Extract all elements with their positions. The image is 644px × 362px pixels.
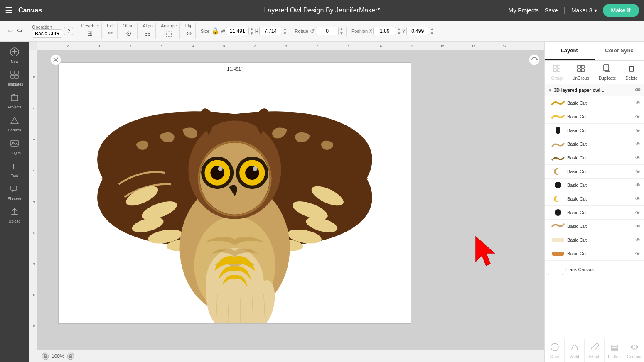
layer-item[interactable]: Basic Cut👁 xyxy=(545,220,644,233)
flip-button[interactable]: ⇔ xyxy=(185,28,193,39)
height-input[interactable] xyxy=(259,27,282,35)
width-input[interactable] xyxy=(226,27,249,35)
lock-icon-2[interactable] xyxy=(67,352,74,360)
edit-button[interactable]: ✏ xyxy=(107,28,115,39)
sidebar-text-label: Text xyxy=(11,174,18,178)
layer-eye-icon[interactable]: 👁 xyxy=(635,155,641,161)
layer-eye-icon[interactable]: 👁 xyxy=(635,127,641,134)
layer-eye-icon[interactable]: 👁 xyxy=(635,210,641,216)
layer-item[interactable]: Basic Cut👁 xyxy=(545,96,644,110)
layer-eye-icon[interactable]: 👁 xyxy=(635,251,641,257)
sidebar-item-projects[interactable]: Projects xyxy=(2,90,27,112)
layer-eye-icon[interactable]: 👁 xyxy=(635,223,641,230)
sidebar-item-images[interactable]: Images xyxy=(2,136,27,157)
rotate-handle[interactable] xyxy=(528,54,540,67)
layer-name: Basic Cut xyxy=(567,114,633,119)
my-projects-button[interactable]: My Projects xyxy=(509,7,539,14)
ungroup-button[interactable]: UnGroup xyxy=(572,64,589,81)
text-icon: T xyxy=(10,161,19,173)
layer-item[interactable]: Basic Cut👁 xyxy=(545,124,644,137)
deselect-button[interactable]: ⊞ xyxy=(86,28,94,39)
rotate-down-arrow[interactable]: ▼ xyxy=(339,31,344,36)
help-button[interactable]: ? xyxy=(64,27,73,35)
x-field: X ▲ ▼ xyxy=(369,27,401,36)
layer-item[interactable]: Basic Cut👁 xyxy=(545,165,644,179)
height-up-arrow[interactable]: ▲ xyxy=(283,27,287,31)
svg-rect-84 xyxy=(44,356,47,358)
undo-button[interactable]: ↩ xyxy=(6,26,15,36)
save-button[interactable]: Save xyxy=(545,7,558,14)
layer-item[interactable]: Basic Cut👁 xyxy=(545,151,644,165)
deselect-group: Deselect ⊞ xyxy=(79,23,102,39)
layer-eye-icon[interactable]: 👁 xyxy=(635,114,641,120)
layer-name: Basic Cut xyxy=(567,169,633,174)
sidebar-item-phrases[interactable]: Phrases xyxy=(2,182,27,203)
delete-button[interactable]: Delete xyxy=(626,64,638,81)
x-input[interactable] xyxy=(373,27,396,35)
y-down-arrow[interactable]: ▼ xyxy=(430,31,434,36)
width-dimension-label: 11.491" xyxy=(225,66,244,72)
layer-item[interactable]: Basic Cut👁 xyxy=(545,247,644,261)
layer-item[interactable]: Basic Cut👁 xyxy=(545,233,644,247)
contour-button[interactable]: Contour xyxy=(624,339,644,362)
layer-item[interactable]: Basic Cut👁 xyxy=(545,179,644,192)
flatten-button[interactable]: Flatten xyxy=(605,339,624,362)
deselect-label: Deselect xyxy=(81,23,99,28)
tab-layers[interactable]: Layers xyxy=(545,42,595,60)
x-down-arrow[interactable]: ▼ xyxy=(397,31,401,36)
layer-eye-icon[interactable]: 👁 xyxy=(635,141,641,147)
layer-eye-icon[interactable]: 👁 xyxy=(635,237,641,243)
layer-eye-icon[interactable]: 👁 xyxy=(635,100,641,106)
svg-rect-91 xyxy=(578,65,580,68)
arrange-button[interactable]: ⬚ xyxy=(165,28,173,39)
lock-icon[interactable]: 🔒 xyxy=(211,27,219,35)
make-it-button[interactable]: Make It xyxy=(603,4,639,17)
svg-rect-93 xyxy=(578,69,580,72)
weld-button[interactable]: Weld xyxy=(565,339,585,362)
sidebar-item-new[interactable]: New xyxy=(2,45,27,66)
layer-thumbnail xyxy=(551,222,565,231)
redo-button[interactable]: ↪ xyxy=(15,26,24,36)
canvas-inner[interactable]: 11.491" 7.714" xyxy=(37,50,544,350)
rotate-input[interactable] xyxy=(316,27,339,35)
deselect-x-button[interactable] xyxy=(50,54,61,67)
svg-text:1: 1 xyxy=(32,107,36,109)
sidebar-new-label: New xyxy=(11,59,18,64)
canvas-area[interactable]: 0 1 2 3 4 5 6 7 8 9 10 11 12 13 14 xyxy=(29,42,544,362)
width-up-arrow[interactable]: ▲ xyxy=(250,27,254,31)
layer-eye-icon[interactable]: 👁 xyxy=(635,169,641,175)
y-input[interactable] xyxy=(406,27,429,35)
design-canvas[interactable]: 11.491" 7.714" xyxy=(58,62,411,324)
flip-label: Flip xyxy=(185,23,193,28)
sidebar-item-templates[interactable]: Templates xyxy=(2,68,27,89)
group-button[interactable]: Group xyxy=(551,64,563,81)
layer-item[interactable]: Basic Cut👁 xyxy=(545,192,644,206)
rotate-up-arrow[interactable]: ▲ xyxy=(339,27,344,31)
svg-rect-103 xyxy=(552,252,564,256)
layer-item[interactable]: Basic Cut👁 xyxy=(545,110,644,124)
group-eye-icon[interactable]: 👁 xyxy=(635,87,641,93)
layer-item[interactable]: Basic Cut👁 xyxy=(545,206,644,220)
width-down-arrow[interactable]: ▼ xyxy=(250,31,254,36)
duplicate-button[interactable]: Duplicate xyxy=(599,64,616,81)
height-down-arrow[interactable]: ▼ xyxy=(283,31,287,36)
sidebar-item-upload[interactable]: Upload xyxy=(2,205,27,226)
sidebar-item-shapes[interactable]: Shapes xyxy=(2,113,27,135)
blank-canvas-row: Blank Canvas xyxy=(545,261,644,278)
sidebar-item-text[interactable]: T Text xyxy=(2,159,27,180)
layer-item[interactable]: Basic Cut👁 xyxy=(545,137,644,151)
tab-color-sync[interactable]: Color Sync xyxy=(595,42,644,60)
layer-eye-icon[interactable]: 👁 xyxy=(635,196,641,202)
layer-group-header[interactable]: ▼ 3D-layered-paper-owl-... 👁 xyxy=(545,84,644,96)
x-up-arrow[interactable]: ▲ xyxy=(397,27,401,31)
slice-button[interactable]: Slice xyxy=(545,339,565,362)
offset-button[interactable]: ⊙ xyxy=(125,28,133,39)
menu-icon[interactable]: ☰ xyxy=(5,5,12,15)
attach-button[interactable]: Attach xyxy=(585,339,605,362)
align-button[interactable]: ⚏ xyxy=(144,28,152,39)
y-up-arrow[interactable]: ▲ xyxy=(430,27,434,31)
operation-select[interactable]: Basic Cut ▾ xyxy=(32,29,62,38)
weld-label: Weld xyxy=(570,355,579,359)
maker-select[interactable]: Maker 3 ▾ xyxy=(571,7,597,14)
layer-eye-icon[interactable]: 👁 xyxy=(635,182,641,188)
